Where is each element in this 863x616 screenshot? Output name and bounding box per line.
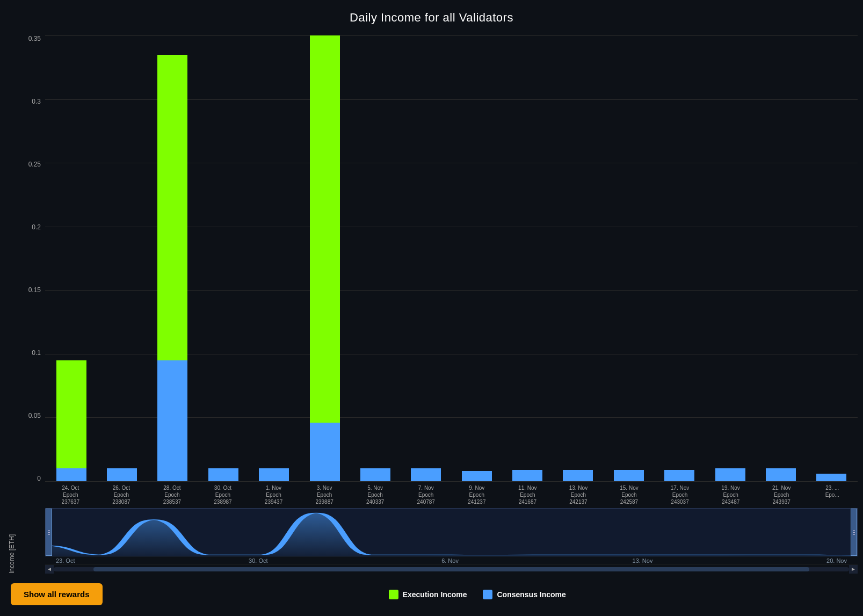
legend-label-consensus: Consensus Income xyxy=(497,590,565,599)
y-axis: 0.350.30.250.20.150.10.050 xyxy=(16,35,45,482)
bars-wrapper xyxy=(45,35,858,481)
navigator-handle-left[interactable] xyxy=(46,509,52,556)
bar-consensus xyxy=(462,471,492,481)
bar-consensus xyxy=(360,468,390,481)
navigator-handle-right[interactable] xyxy=(851,509,857,556)
bar-group xyxy=(46,35,96,481)
bar-segment-wrap xyxy=(401,35,451,481)
bar-group xyxy=(604,35,654,481)
legend-item-execution: Execution Income xyxy=(389,590,467,599)
bar-consensus xyxy=(259,468,289,481)
chart-body xyxy=(45,35,858,482)
navigator[interactable] xyxy=(45,508,858,556)
bar-consensus xyxy=(563,470,593,481)
navigator-date-label: 20. Nov xyxy=(826,557,847,564)
bar-segment-wrap xyxy=(350,35,400,481)
x-axis-label: 19. NovEpoch243487 xyxy=(705,484,756,505)
x-axis-label: 7. NovEpoch240787 xyxy=(401,484,452,505)
x-axis-label: 11. NovEpoch241687 xyxy=(502,484,553,505)
bar-group xyxy=(452,35,502,481)
bar-segment-wrap xyxy=(148,35,198,481)
y-axis-tick: 0.05 xyxy=(28,412,41,419)
chart-with-axes: 0.350.30.250.20.150.10.050 24. OctEpoch2… xyxy=(16,35,858,574)
bar-segment-wrap xyxy=(249,35,299,481)
bar-segment-wrap xyxy=(46,35,96,481)
y-axis-tick: 0.25 xyxy=(28,161,41,168)
bar-group xyxy=(553,35,603,481)
chart-title: Daily Income for all Validators xyxy=(5,11,858,25)
navigator-chart xyxy=(46,509,857,556)
navigator-date-label: 23. Oct xyxy=(56,557,75,564)
legend-color-execution xyxy=(389,590,398,599)
bar-group xyxy=(705,35,755,481)
bar-segment-wrap xyxy=(452,35,502,481)
bar-consensus xyxy=(715,468,745,481)
bar-group xyxy=(756,35,806,481)
y-axis-tick: 0.3 xyxy=(32,98,41,105)
scroll-track xyxy=(54,567,849,571)
bar-consensus xyxy=(56,468,86,481)
bar-segment-wrap xyxy=(705,35,755,481)
bar-group xyxy=(502,35,552,481)
scroll-right-arrow[interactable]: ► xyxy=(849,565,858,574)
bar-execution xyxy=(310,35,340,423)
navigator-date-label: 30. Oct xyxy=(249,557,267,564)
legend-item-consensus: Consensus Income xyxy=(483,590,565,599)
x-axis: 24. OctEpoch23763726. OctEpoch23808728. … xyxy=(16,484,858,505)
navigator-dates: 23. Oct30. Oct6. Nov13. Nov20. Nov xyxy=(45,557,858,564)
bar-consensus xyxy=(208,468,238,481)
bar-consensus xyxy=(816,474,846,481)
main-chart-area: Income [ETH] 0.350.30.250.20.150.10.050 … xyxy=(5,35,858,574)
y-axis-label: Income [ETH] xyxy=(5,35,16,574)
x-axis-label: 24. OctEpoch237637 xyxy=(45,484,96,505)
x-axis-label: 26. OctEpoch238087 xyxy=(96,484,147,505)
bar-segment-wrap xyxy=(604,35,654,481)
bar-segment-wrap xyxy=(97,35,147,481)
x-axis-label: 9. NovEpoch241237 xyxy=(452,484,503,505)
bar-segment-wrap xyxy=(300,35,350,481)
bar-segment-wrap xyxy=(198,35,248,481)
y-axis-tick: 0.2 xyxy=(32,224,41,230)
x-axis-label: 1. NovEpoch239437 xyxy=(248,484,299,505)
bar-execution xyxy=(56,360,86,469)
bar-consensus xyxy=(664,470,694,481)
x-axis-label: 15. NovEpoch242587 xyxy=(604,484,655,505)
bar-group xyxy=(148,35,198,481)
y-axis-tick: 0 xyxy=(37,475,41,482)
legend-color-consensus xyxy=(483,590,492,599)
bar-consensus xyxy=(310,423,340,481)
bar-group xyxy=(249,35,299,481)
x-axis-label: 3. NovEpoch239887 xyxy=(299,484,350,505)
bar-segment-wrap xyxy=(502,35,552,481)
bar-consensus xyxy=(411,468,441,481)
bar-group xyxy=(97,35,147,481)
legend: Execution Income Consensus Income xyxy=(389,590,566,599)
y-axis-tick: 0.1 xyxy=(32,350,41,356)
show-all-rewards-button[interactable]: Show all rewards xyxy=(11,583,103,605)
x-axis-label: 30. OctEpoch238987 xyxy=(198,484,249,505)
x-axis-label: 28. OctEpoch238537 xyxy=(147,484,198,505)
bar-consensus xyxy=(512,470,542,481)
scroll-bar-area: ◄ ► xyxy=(45,564,858,574)
scroll-thumb[interactable] xyxy=(93,567,809,571)
plot-area: 0.350.30.250.20.150.10.050 xyxy=(16,35,858,482)
y-axis-tick: 0.35 xyxy=(28,35,41,42)
x-axis-label: 17. NovEpoch243037 xyxy=(655,484,706,505)
x-axis-label: 13. NovEpoch242137 xyxy=(553,484,604,505)
chart-container: Daily Income for all Validators Income [… xyxy=(0,0,863,616)
bar-execution xyxy=(157,55,187,360)
bar-segment-wrap xyxy=(756,35,806,481)
bottom-bar: Show all rewards Execution Income Consen… xyxy=(5,578,858,611)
x-axis-label: 5. NovEpoch240337 xyxy=(350,484,401,505)
y-axis-tick: 0.15 xyxy=(28,287,41,293)
bar-consensus xyxy=(766,468,796,481)
scroll-left-arrow[interactable]: ◄ xyxy=(45,565,54,574)
bar-group xyxy=(401,35,451,481)
bar-group xyxy=(655,35,705,481)
bar-group xyxy=(198,35,248,481)
bar-segment-wrap xyxy=(655,35,705,481)
bar-group xyxy=(807,35,857,481)
legend-label-execution: Execution Income xyxy=(403,590,467,599)
bar-group xyxy=(350,35,400,481)
bar-consensus xyxy=(157,360,187,481)
